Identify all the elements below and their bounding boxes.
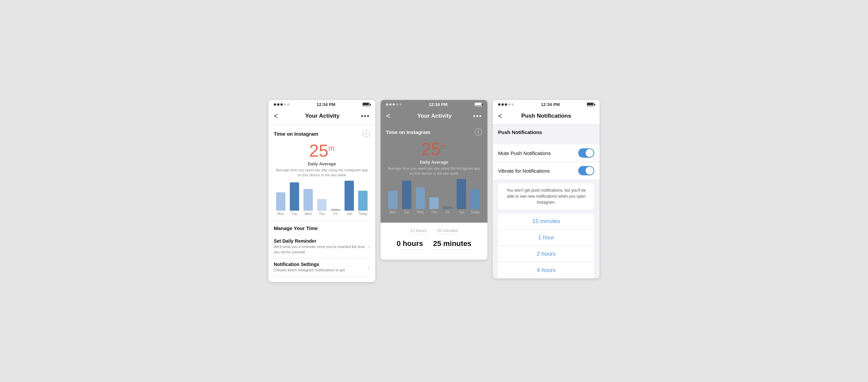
time-option-2hr[interactable]: 2 hours xyxy=(498,246,594,262)
bar-col-today-2: Today xyxy=(470,189,480,214)
set-daily-reminder-title: Set Daily Reminder xyxy=(274,238,368,244)
picker-divider-minutes-top xyxy=(437,234,458,235)
status-bar-3: 12:34 PM xyxy=(493,100,599,109)
back-button-1[interactable]: < xyxy=(274,112,284,120)
bar-label-wed-2: Wed xyxy=(417,210,424,214)
notification-settings-item[interactable]: Notification Settings Choose which Insta… xyxy=(274,258,370,276)
more-button-1[interactable]: ••• xyxy=(361,112,370,120)
battery-fill-3 xyxy=(587,103,593,105)
dot2-2 xyxy=(389,103,392,106)
bar-label-fri-1: Fri xyxy=(334,212,338,216)
dot1 xyxy=(274,103,276,106)
bar-today-2 xyxy=(470,189,480,209)
picker-minutes-unit: minutes xyxy=(443,239,471,248)
bar-thu-2 xyxy=(429,197,439,209)
bar-col-fri-1: Fri xyxy=(331,209,340,216)
daily-avg-label-1: Daily Average xyxy=(274,161,370,166)
daily-avg-label-2: Daily Average xyxy=(386,160,482,165)
time-option-1hr[interactable]: 1 hour xyxy=(498,230,594,246)
mute-push-label: Mute Push Notifications xyxy=(498,150,551,156)
time-option-4hr[interactable]: 4 hours xyxy=(498,262,594,278)
push-notif-section-title: Push Notifications xyxy=(498,129,594,135)
nav-title-3: Push Notifications xyxy=(521,113,571,119)
more-button-2[interactable]: ••• xyxy=(473,112,482,120)
screen3: 12:34 PM < Push Notifications Push Notif… xyxy=(493,100,599,278)
screens-container: 12:34 PM < Your Activity ••• Time on Ins… xyxy=(269,100,599,282)
bar-label-tue-1: Tue xyxy=(291,212,297,216)
nav-title-2: Your Activity xyxy=(417,113,452,119)
notification-settings-title: Notification Settings xyxy=(274,262,346,267)
bar-col-today-1: Today xyxy=(358,191,368,216)
time-option-15min[interactable]: 15 minutes xyxy=(498,213,594,230)
dot2-3 xyxy=(393,103,395,106)
back-button-3[interactable]: < xyxy=(498,112,508,120)
battery-fill-1 xyxy=(363,103,369,105)
mute-push-toggle-row[interactable]: Mute Push Notifications xyxy=(493,144,599,162)
bar-tue-1 xyxy=(290,182,299,211)
dot2 xyxy=(277,103,279,106)
vibrate-switch[interactable] xyxy=(578,166,594,175)
time-on-instagram-title-2: Time on Instagram xyxy=(386,129,430,135)
bar-today-1 xyxy=(358,191,368,211)
bar-chart-1: Mon Tue Wed Thu Fri xyxy=(274,182,370,216)
bar-thu-1 xyxy=(317,199,327,211)
picker-hours-number: 0 xyxy=(397,239,401,248)
divider-1 xyxy=(274,220,370,221)
signal-dots-2 xyxy=(386,103,402,106)
bar-fri-1 xyxy=(331,209,340,211)
bar-mon-2 xyxy=(388,191,398,209)
status-time-2: 12:34 PM xyxy=(429,102,447,107)
picker-top-row: 12 hours 20 minutes xyxy=(387,228,481,236)
picker-minutes-val: 25 minutes xyxy=(433,239,471,251)
time-option-4hr-label: 4 hours xyxy=(537,267,556,273)
bar-wed-1 xyxy=(304,189,313,211)
status-time-3: 12:34 PM xyxy=(541,102,560,107)
bar-col-fri-2: Fri xyxy=(443,206,452,214)
back-button-2[interactable]: < xyxy=(386,112,396,120)
set-daily-reminder-item[interactable]: Set Daily Reminder We'll send you a remi… xyxy=(274,235,370,258)
bar-chart-2: Mon Tue Wed Thu Fri xyxy=(386,181,482,214)
mute-push-switch[interactable] xyxy=(578,148,594,158)
bar-label-mon-2: Mon xyxy=(390,210,396,214)
bar-sat-2 xyxy=(457,179,466,209)
battery-2 xyxy=(475,103,482,106)
picker-area: 12 hours 20 minutes 0 hours xyxy=(380,223,488,260)
chevron-notif: › xyxy=(368,264,370,270)
signal-dots-3 xyxy=(498,103,514,106)
section-header-2: Time on Instagram i xyxy=(386,128,482,136)
time-on-instagram-title-1: Time on Instagram xyxy=(274,131,318,137)
time-option-2hr-label: 2 hours xyxy=(537,251,556,257)
status-bar-1: 12:34 PM xyxy=(269,100,375,109)
time-options-container: 15 minutes 1 hour 2 hours 4 hours xyxy=(498,213,594,278)
section-header-1: Time on Instagram i xyxy=(274,130,370,137)
vibrate-knob xyxy=(586,167,594,175)
bar-label-fri-2: Fri xyxy=(446,210,450,214)
picker-value-row[interactable]: 0 hours 25 minutes xyxy=(387,239,481,251)
daily-avg-sub-2: Average time you spent per day using the… xyxy=(386,166,482,176)
picker-hours-top-label: 12 hours xyxy=(410,228,427,233)
vibrate-label: Vibrate for Notifications xyxy=(498,168,550,174)
bar-col-tue-1: Tue xyxy=(290,182,299,216)
screen1-body: Time on Instagram i 25m Daily Average Av… xyxy=(269,125,375,282)
notification-settings-content: Notification Settings Choose which Insta… xyxy=(274,262,346,273)
vibrate-toggle-row[interactable]: Vibrate for Notifications xyxy=(493,162,599,179)
info-icon-2[interactable]: i xyxy=(475,128,482,136)
bar-col-wed-2: Wed xyxy=(416,187,425,214)
avg-value-2: 25 xyxy=(421,139,441,159)
dot3-4 xyxy=(508,103,510,106)
screen3-body: Push Notifications Mute Push Notificatio… xyxy=(493,125,599,278)
screen1: 12:34 PM < Your Activity ••• Time on Ins… xyxy=(269,100,375,282)
bar-label-tue-2: Tue xyxy=(404,210,409,214)
bar-mon-1 xyxy=(276,192,285,211)
signal-dots-1 xyxy=(274,103,289,106)
status-time-1: 12:34 PM xyxy=(316,102,335,107)
bar-col-tue-2: Tue xyxy=(402,181,411,214)
battery-1 xyxy=(363,103,370,106)
picker-hours-top: 12 hours xyxy=(410,228,427,236)
info-icon-1[interactable]: i xyxy=(363,130,370,137)
nav-title-1: Your Activity xyxy=(305,113,340,119)
picker-divider-hours-bottom xyxy=(397,249,423,250)
battery-fill-2 xyxy=(475,103,481,105)
picker-minutes-number: 25 xyxy=(433,239,441,248)
nav-bar-2: < Your Activity ••• xyxy=(380,109,488,124)
